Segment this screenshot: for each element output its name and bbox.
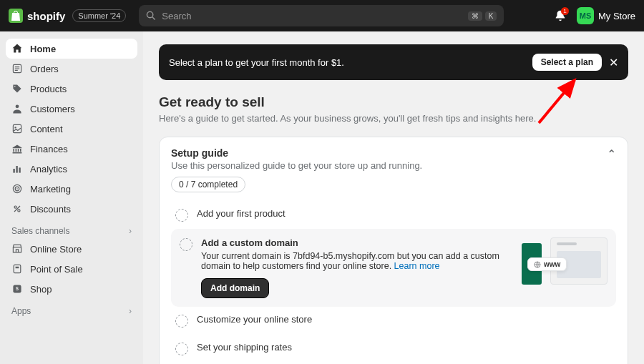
home-icon [11, 43, 23, 54]
svg-point-3 [16, 104, 19, 108]
channel-online-store[interactable]: Online Store [6, 239, 137, 259]
svg-point-12 [14, 206, 16, 208]
svg-point-13 [18, 210, 20, 212]
products-icon [11, 83, 23, 94]
step-incomplete-icon [175, 209, 188, 222]
svg-line-14 [14, 206, 20, 212]
main-content: Select a plan to get your first month fo… [143, 31, 644, 364]
apps-header[interactable]: Apps › [6, 299, 137, 319]
banner-text: Select a plan to get your first month fo… [169, 57, 344, 68]
svg-point-0 [147, 11, 153, 17]
chevron-right-icon: › [129, 226, 132, 236]
notifications-button[interactable]: 1 [554, 9, 567, 22]
svg-rect-8 [19, 167, 20, 172]
channel-pos[interactable]: Point of Sale [6, 259, 137, 279]
svg-point-5 [14, 127, 16, 128]
sidebar-item-content[interactable]: Content [6, 119, 137, 139]
sidebar-item-finances[interactable]: Finances [6, 139, 137, 159]
globe-icon [534, 261, 541, 268]
customers-icon [11, 103, 23, 114]
step-incomplete-icon [180, 238, 192, 251]
topbar: shopify Summer '24 Search ⌘ K 1 MS My St… [0, 0, 644, 31]
domain-graphic: www [522, 237, 608, 287]
guide-subtitle: Use this personalized guide to get your … [171, 160, 422, 171]
svg-point-11 [16, 188, 18, 190]
sidebar-item-orders[interactable]: Orders [6, 59, 137, 79]
store-avatar: MS [577, 7, 594, 24]
sidebar-item-discounts[interactable]: Discounts [6, 199, 137, 219]
search-placeholder: Search [162, 11, 191, 21]
add-domain-button[interactable]: Add domain [201, 278, 269, 298]
annotation-arrow [532, 73, 589, 130]
chevron-right-icon: › [129, 306, 132, 316]
finances-icon [11, 143, 23, 154]
store-icon [11, 243, 23, 255]
plan-banner: Select a plan to get your first month fo… [159, 44, 628, 80]
store-name: My Store [598, 11, 635, 21]
sidebar-item-home[interactable]: Home [6, 39, 137, 59]
step-customize-store[interactable]: Customize your online store [171, 307, 616, 335]
step-description: Your current domain is 7bfd94-b5.myshopi… [201, 251, 502, 271]
step-shipping-rates[interactable]: Set your shipping rates [171, 335, 616, 363]
sidebar-item-analytics[interactable]: Analytics [6, 159, 137, 179]
svg-rect-6 [13, 169, 14, 173]
svg-line-1 [152, 17, 155, 20]
brand-text: shopify [27, 10, 65, 22]
search-input[interactable]: Search ⌘ K [139, 5, 504, 26]
search-icon [146, 11, 156, 21]
store-switcher[interactable]: MS My Store [577, 7, 635, 24]
progress-badge: 0 / 7 completed [171, 177, 245, 192]
sidebar-item-customers[interactable]: Customers [6, 99, 137, 119]
marketing-icon [11, 183, 23, 195]
learn-more-link[interactable]: Learn more [394, 261, 440, 271]
content-icon [11, 123, 23, 134]
pos-icon [11, 263, 23, 275]
shop-icon: S [11, 283, 23, 295]
notification-badge: 1 [561, 7, 569, 15]
setup-guide-card: Setup guide Use this personalized guide … [159, 137, 628, 364]
www-pill: www [527, 257, 567, 271]
guide-title: Setup guide [171, 147, 422, 159]
discounts-icon [11, 203, 23, 215]
select-plan-button[interactable]: Select a plan [532, 54, 602, 71]
svg-line-19 [539, 80, 575, 123]
sidebar-item-products[interactable]: Products [6, 79, 137, 99]
step-incomplete-icon [175, 343, 188, 355]
svg-rect-7 [16, 166, 17, 173]
svg-rect-16 [16, 267, 19, 268]
step-incomplete-icon [175, 315, 188, 328]
chevron-up-icon[interactable]: ⌃ [607, 147, 616, 161]
step-add-product[interactable]: Add your first product [171, 201, 616, 229]
brand-logo[interactable]: shopify Summer '24 [9, 9, 126, 23]
analytics-icon [11, 163, 23, 174]
sidebar-item-marketing[interactable]: Marketing [6, 179, 137, 199]
search-shortcut: ⌘ K [468, 11, 497, 21]
shopify-bag-icon [9, 9, 23, 23]
svg-text:S: S [16, 286, 19, 291]
channel-shop[interactable]: S Shop [6, 279, 137, 299]
close-icon[interactable]: ✕ [609, 56, 618, 69]
season-badge[interactable]: Summer '24 [72, 9, 126, 22]
sales-channels-header[interactable]: Sales channels › [6, 219, 137, 239]
sidebar: Home Orders Products Customers Content F… [0, 31, 143, 364]
orders-icon [11, 63, 23, 74]
svg-rect-15 [14, 265, 21, 272]
step-add-domain[interactable]: Add a custom domain Your current domain … [171, 229, 616, 307]
